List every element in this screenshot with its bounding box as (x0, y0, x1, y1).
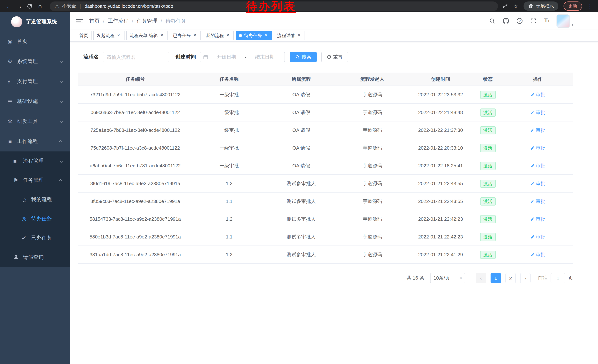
process-name-input[interactable] (103, 52, 169, 62)
range-separator: - (245, 54, 247, 60)
security-label[interactable]: 不安全 (62, 3, 76, 9)
chevron-down-icon (60, 79, 63, 83)
task-id-cell: 069c6a63-7b8a-11ec-8ef0-acde48001122 (78, 104, 193, 121)
browser-forward-button[interactable]: → (14, 1, 25, 11)
status-badge: 激活 (480, 215, 496, 223)
sidebar-item-process-management[interactable]: ≡ 流程管理 (0, 152, 70, 171)
browser-back-button[interactable]: ← (4, 1, 14, 11)
starter-cell: 芋道源码 (337, 246, 408, 263)
task-id-cell: 58154733-7ac8-11ec-a9e2-a2380e71991a (78, 210, 193, 228)
approve-link[interactable]: 审批 (530, 198, 545, 205)
date-range-picker[interactable]: 开始日期 - 结束日期 (200, 52, 285, 62)
tabs-bar: 首页 发起流程 × 流程表单-编辑 × 已办任务 × 我的流程 × (70, 30, 598, 42)
sidebar-item-home[interactable]: ◉ 首页 (0, 32, 70, 51)
sidebar-item-payment-management[interactable]: ¥ 支付管理 (0, 72, 70, 91)
key-icon[interactable] (502, 3, 508, 9)
breadcrumb-home[interactable]: 首页 (89, 18, 108, 24)
next-page-button[interactable]: › (520, 273, 531, 283)
sidebar-item-task-management[interactable]: ⚑ 任务管理 (0, 171, 70, 190)
action-cell: 审批 (502, 121, 573, 139)
search-button[interactable]: 搜索 (290, 52, 317, 62)
page-url[interactable]: dashboard.yudao.iocoder.cn/bpm/task/todo (85, 4, 173, 9)
tab-my-process[interactable]: 我的流程 × (203, 31, 234, 40)
chevron-up-icon (58, 140, 62, 144)
task-name-cell: 一级审批 (193, 157, 266, 174)
sidebar-item-todo-tasks[interactable]: ◎ 待办任务 (0, 209, 70, 228)
close-icon[interactable]: × (225, 33, 231, 38)
sidebar-item-workflow[interactable]: ▣ 工作流程 (0, 131, 70, 152)
sidebar-item-infrastructure[interactable]: ▤ 基础设施 (0, 91, 70, 112)
page-button-2[interactable]: 2 (505, 273, 516, 283)
tab-initiate-process[interactable]: 发起流程 × (93, 31, 125, 40)
close-icon[interactable]: × (192, 33, 198, 38)
search-button-label: 搜索 (302, 54, 311, 60)
bookmark-star-icon[interactable]: ☆ (513, 3, 518, 9)
page-size-select[interactable]: 10条/页 ▾ (430, 273, 465, 283)
goto-page-group: 前往 页 (538, 273, 573, 283)
sidebar-fold-icon[interactable] (76, 19, 83, 23)
breadcrumb-task-management[interactable]: 任务管理 (137, 18, 166, 24)
task-name-cell: 一级审批 (193, 104, 266, 121)
approve-link[interactable]: 审批 (530, 251, 545, 258)
prev-page-button[interactable]: ‹ (476, 273, 486, 283)
approve-link[interactable]: 审批 (530, 109, 545, 116)
approve-link[interactable]: 审批 (530, 180, 545, 187)
approve-link[interactable]: 审批 (530, 145, 545, 151)
sidebar-item-system-management[interactable]: ⚙ 系统管理 (0, 51, 70, 72)
browser-update-button[interactable]: 更新 (564, 1, 582, 11)
goto-page-input[interactable] (551, 273, 565, 283)
sidebar-item-done-tasks[interactable]: ✔ 已办任务 (0, 228, 70, 248)
caret-down-icon: ▾ (572, 22, 573, 28)
close-icon[interactable]: × (263, 33, 269, 38)
starter-cell: 芋道源码 (337, 157, 408, 174)
table-row: 069c6a63-7b8a-11ec-8ef0-acde48001122 一级审… (78, 104, 573, 121)
browser-reload-button[interactable] (25, 1, 35, 11)
reset-button-label: 重置 (333, 54, 343, 60)
create-time-label: 创建时间 (175, 54, 196, 60)
dashboard-icon: ◉ (8, 38, 17, 45)
search-icon[interactable] (488, 17, 496, 25)
browser-menu-icon[interactable]: ⋮ (587, 3, 593, 9)
breadcrumb-workflow[interactable]: 工作流程 (108, 18, 137, 24)
github-icon[interactable] (502, 17, 510, 25)
app-title: 芋道管理系统 (26, 18, 57, 25)
edit-icon (530, 128, 535, 132)
font-size-icon[interactable]: TT (543, 17, 551, 25)
tab-label: 我的流程 (206, 32, 224, 39)
approve-link-label: 审批 (536, 251, 545, 258)
todo-table: 任务编号 任务名称 所属流程 流程发起人 创建时间 状态 操作 73211d9d… (78, 73, 573, 264)
approve-link[interactable]: 审批 (530, 91, 545, 98)
sidebar-item-leave-query[interactable]: 请假查询 (0, 248, 70, 267)
page-button-1[interactable]: 1 (490, 273, 501, 283)
approve-link[interactable]: 审批 (530, 127, 545, 133)
sidebar-item-my-process[interactable]: ☺ 我的流程 (0, 190, 70, 209)
tab-process-form-edit[interactable]: 流程表单-编辑 × (126, 31, 168, 40)
task-id-cell: a6aba0a4-7b6d-11ec-b781-acde48001122 (78, 157, 193, 174)
browser-home-button[interactable]: ⌂ (35, 1, 45, 11)
process-cell: 测试多审批人 (266, 175, 337, 192)
reset-button[interactable]: 重置 (321, 52, 348, 62)
approve-link[interactable]: 审批 (530, 162, 545, 169)
user-avatar[interactable]: ▾ (557, 14, 573, 28)
starter-cell: 芋道源码 (337, 210, 408, 228)
tab-done-tasks[interactable]: 已办任务 × (170, 31, 201, 40)
help-icon[interactable]: ? (515, 17, 524, 25)
approve-link[interactable]: 审批 (530, 216, 545, 222)
app-logo-row[interactable]: 芋道管理系统 (0, 12, 70, 32)
table-row: 75d72608-7b7f-11ec-a3c8-acde48001122 一级审… (78, 139, 573, 157)
action-cell: 审批 (502, 210, 573, 228)
action-cell: 审批 (502, 104, 573, 121)
tab-todo-tasks[interactable]: 待办任务 × (236, 31, 272, 40)
action-cell: 审批 (502, 86, 573, 103)
close-icon[interactable]: × (296, 33, 302, 38)
eye-icon: ◎ (22, 216, 31, 222)
sidebar-item-dev-tools[interactable]: ⚒ 研发工具 (0, 112, 70, 131)
goto-label: 前往 (538, 275, 548, 281)
fullscreen-icon[interactable] (529, 17, 537, 25)
close-icon[interactable]: × (159, 33, 165, 38)
tab-process-detail[interactable]: 流程详情 × (274, 31, 305, 40)
header-actions: 操作 (502, 73, 573, 86)
close-icon[interactable]: × (116, 33, 121, 38)
tab-home[interactable]: 首页 (76, 31, 91, 40)
approve-link[interactable]: 审批 (530, 234, 545, 240)
